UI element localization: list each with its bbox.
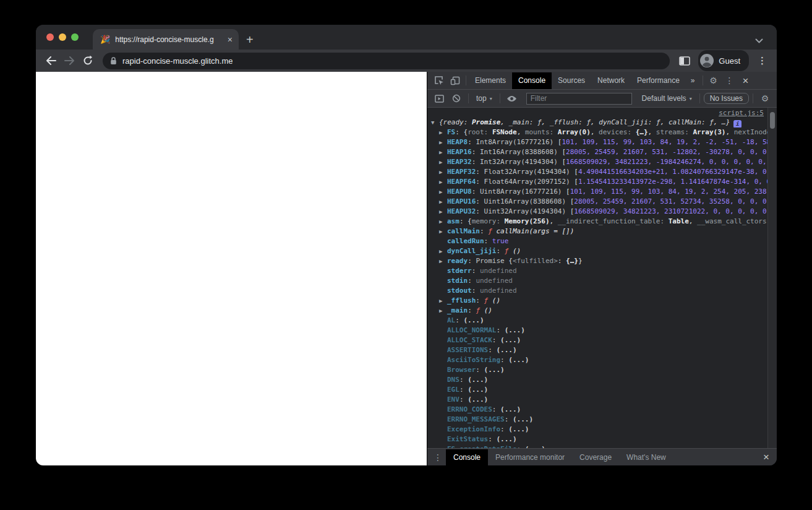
console-token: ASSERTIONS [447,346,488,354]
tab-elements[interactable]: Elements [469,72,512,89]
tab-sources[interactable]: Sources [552,72,591,89]
filter-input[interactable] [526,93,632,105]
expand-triangle-icon[interactable]: ▶ [439,127,447,137]
browser-tab[interactable]: 🎉 https://rapid-concise-muscle.g × [93,29,239,50]
console-token: ERRNO_CODES [447,405,492,413]
console-row: calledRun: true [427,236,767,246]
console-row: ▶callMain: ƒ callMain(args = []) [427,227,767,236]
tab-network[interactable]: Network [591,72,631,89]
expand-triangle-icon[interactable]: ▶ [439,167,447,177]
back-button[interactable] [42,52,59,69]
console-token[interactable]: (...) [484,366,505,374]
profile-name: Guest [719,56,740,66]
console-token: Browser [447,366,476,374]
console-token: Promise [472,118,500,126]
console-scrollbar[interactable] [767,108,777,448]
expand-triangle-icon[interactable]: ▶ [439,187,447,197]
expand-triangle-icon[interactable]: ▶ [439,177,447,187]
console-token: _fflush [447,296,476,305]
javascript-context-select[interactable]: top▾ [472,94,496,103]
expand-triangle-icon[interactable]: ▶ [439,157,447,167]
drawer-tab-whats-new[interactable]: What's New [619,449,673,465]
chevron-down-icon[interactable] [755,38,763,43]
console-token: Memory(256) [505,217,550,225]
devtools-menu-kebab-icon[interactable]: ⋮ [722,72,738,89]
side-panel-button[interactable] [676,52,693,69]
console-settings-gear-icon[interactable]: ⚙ [757,90,773,106]
browser-menu-kebab-icon[interactable]: ⋮ [754,55,771,66]
new-tab-button[interactable]: + [246,33,254,46]
console-token[interactable]: (...) [496,346,516,354]
collapse-triangle-icon[interactable]: ▼ [431,118,439,127]
console-token[interactable]: (...) [525,445,545,448]
console-row: ▶asm: {memory: Memory(256), __indirect_f… [427,217,767,227]
expand-triangle-icon[interactable]: ▶ [439,217,447,227]
more-tabs-icon[interactable]: » [686,76,700,85]
console-row: ERRNO_CODES: (...) [427,405,767,415]
drawer-tab-coverage[interactable]: Coverage [572,449,619,465]
scrollbar-thumb[interactable] [770,112,775,129]
expand-triangle-icon[interactable]: ▶ [439,227,447,236]
drawer-tab-console[interactable]: Console [446,449,488,465]
object-info-badge-icon[interactable]: i [733,120,741,127]
issues-counter-button[interactable]: No Issues [704,93,749,104]
console-token[interactable]: (...) [468,376,488,384]
expand-triangle-icon[interactable]: ▶ [439,197,447,207]
console-token[interactable]: (...) [468,395,488,404]
console-token[interactable]: (...) [513,415,533,423]
address-bar[interactable]: rapid-concise-muscle.glitch.me [103,53,670,69]
tab-console[interactable]: Console [512,72,552,89]
console-token: , [689,217,697,225]
expand-triangle-icon[interactable]: ▶ [439,306,447,316]
console-token[interactable]: (...) [500,336,521,344]
console-token[interactable]: (...) [508,425,529,433]
console-token: HEAP32 [447,158,472,166]
profile-button[interactable]: Guest [698,50,749,71]
console-sidebar-icon[interactable] [431,90,447,106]
forward-button[interactable] [61,52,78,69]
console-token: Table [669,217,689,225]
tab-close-icon[interactable]: × [226,35,234,44]
console-token[interactable]: (...) [464,316,484,324]
drawer-tab-performance-monitor[interactable]: Performance monitor [488,449,572,465]
clear-console-icon[interactable] [448,90,464,106]
console-token[interactable]: (...) [496,435,516,443]
inspect-element-icon[interactable] [431,72,447,89]
console-token[interactable]: (...) [505,326,525,334]
expand-triangle-icon[interactable]: ▶ [439,296,447,306]
console-token: : [500,425,508,433]
window-close-button[interactable] [46,33,54,41]
console-token: 1.1545413233413972e-298, 1.141647874e-31… [578,178,767,186]
console-token: FS [447,128,455,136]
live-expression-eye-icon[interactable] [504,90,520,106]
source-link[interactable]: script.js:5 [719,109,764,117]
expand-triangle-icon[interactable]: ▶ [439,137,447,147]
console-row: stdin: undefined [427,276,767,286]
drawer-close-icon[interactable]: × [758,449,774,465]
console-token[interactable]: (...) [468,386,488,394]
tab-performance[interactable]: Performance [631,72,686,89]
expand-triangle-icon[interactable]: ▶ [439,246,447,256]
console-token: callMain [447,227,480,235]
device-toolbar-icon[interactable] [447,72,463,89]
reload-button[interactable] [79,52,96,69]
expand-triangle-icon[interactable]: ▶ [439,207,447,217]
log-levels-select[interactable]: Default levels▾ [638,94,696,103]
window-minimize-button[interactable] [59,33,66,41]
expand-triangle-icon[interactable]: ▶ [439,147,447,157]
console-token: : [476,197,484,205]
console-token: stdin [447,277,468,285]
console-row: ALLOC_NORMAL: (...) [427,326,767,335]
devtools-settings-gear-icon[interactable]: ⚙ [706,72,722,89]
console-token[interactable]: (...) [500,405,521,413]
console-token[interactable]: (...) [508,356,529,364]
window-zoom-button[interactable] [71,33,79,41]
console-row: ENV: (...) [427,395,767,405]
expand-triangle-icon[interactable]: ▶ [439,256,447,266]
devtools-close-icon[interactable]: × [738,72,754,89]
console-row: EGL: (...) [427,385,767,395]
drawer-menu-kebab-icon[interactable]: ⋮ [430,449,446,465]
console-token: Uint32Array(4194304) [484,207,570,215]
console-token: : [505,415,513,423]
console-token: : [476,296,484,305]
